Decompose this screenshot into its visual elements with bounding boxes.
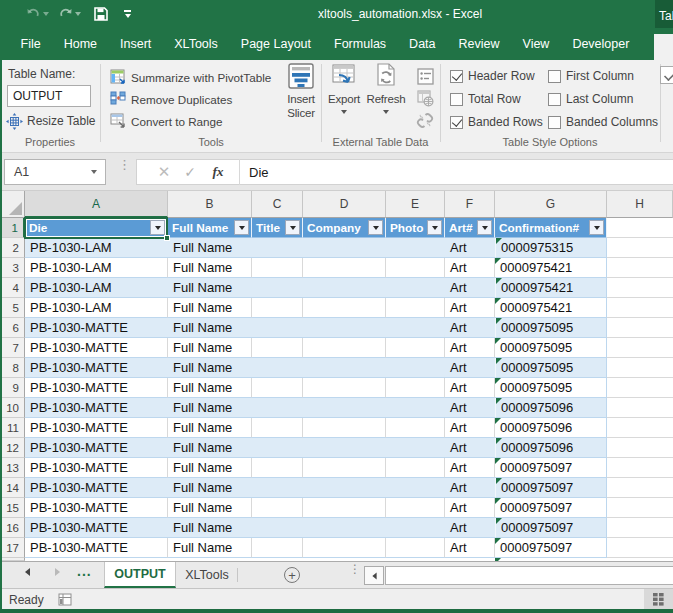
cell-d8[interactable] [303,358,386,378]
cell-a15[interactable]: PB-1030-MATTE [25,498,168,518]
cell-f9[interactable]: Art [445,378,495,398]
cell-c15[interactable] [252,498,303,518]
filter-dropdown-icon[interactable] [477,220,492,235]
cell-b7[interactable]: Full Name [168,338,252,358]
filter-dropdown-icon[interactable] [427,220,442,235]
ribbon-tab-xltools[interactable]: XLTools [163,28,230,60]
cell-g11[interactable]: 0000975096 [495,418,607,438]
ribbon-tab-formulas[interactable]: Formulas [323,28,398,60]
cell-b8[interactable]: Full Name [168,358,252,378]
cell-d6[interactable] [303,318,386,338]
column-header-a[interactable]: A [25,191,168,218]
cell-f11[interactable]: Art [445,418,495,438]
table-header-cell-c1[interactable]: Title [252,218,303,238]
cell-c11[interactable] [252,418,303,438]
cell-d16[interactable] [303,518,386,538]
cell-e3[interactable] [386,258,445,278]
insert-function-icon[interactable]: fx [203,164,233,180]
cell-e8[interactable] [386,358,445,378]
cell-d13[interactable] [303,458,386,478]
convert-to-range-button[interactable]: Convert to Range [110,111,223,131]
formula-bar-resize-handle[interactable]: ⋮ [118,162,122,182]
table-properties-button[interactable] [415,66,435,86]
cell-d7[interactable] [303,338,386,358]
table-styles-gallery-partial[interactable] [660,66,673,84]
cell-g7[interactable]: 0000975095 [495,338,607,358]
cell-c9[interactable] [252,378,303,398]
row-header-4[interactable]: 4 [0,278,25,298]
redo-dropdown-icon[interactable] [75,12,81,16]
cell-f7[interactable]: Art [445,338,495,358]
cell-g17[interactable]: 0000975097 [495,538,607,558]
cell-g9[interactable]: 0000975095 [495,378,607,398]
cell-h14[interactable] [607,478,673,498]
cell-a2[interactable]: PB-1030-LAM [25,238,168,258]
checkbox-total-row[interactable]: Total Row [450,91,521,107]
cell-h9[interactable] [607,378,673,398]
filter-dropdown-icon[interactable] [234,220,249,235]
checkbox-last-column[interactable]: Last Column [548,91,633,107]
table-header-cell-d1[interactable]: Company [303,218,386,238]
filter-dropdown-icon[interactable] [589,220,604,235]
cell-h12[interactable] [607,438,673,458]
cell-a3[interactable]: PB-1030-LAM [25,258,168,278]
cell-e4[interactable] [386,278,445,298]
cell-b17[interactable]: Full Name [168,538,252,558]
sheet-tab-output[interactable]: OUTPUT [104,562,176,588]
macro-record-button[interactable] [57,592,73,607]
cell-g2[interactable]: 0000975315 [495,238,607,258]
row-header-16[interactable]: 16 [0,518,25,538]
cell-g13[interactable]: 0000975097 [495,458,607,478]
cell-h1[interactable] [607,218,673,238]
cell-b11[interactable]: Full Name [168,418,252,438]
filter-dropdown-icon[interactable] [285,220,300,235]
fill-handle[interactable] [164,235,170,241]
column-header-g[interactable]: G [495,191,607,218]
row-header-13[interactable]: 13 [0,458,25,478]
column-header-c[interactable]: C [252,191,303,218]
cell-e13[interactable] [386,458,445,478]
cell-h4[interactable] [607,278,673,298]
cell-a7[interactable]: PB-1030-MATTE [25,338,168,358]
cell-b9[interactable]: Full Name [168,378,252,398]
cell-a6[interactable]: PB-1030-MATTE [25,318,168,338]
cell-h5[interactable] [607,298,673,318]
ribbon-tab-home[interactable]: Home [52,28,108,60]
row-header-15[interactable]: 15 [0,498,25,518]
customize-quick-access-icon[interactable] [124,10,131,18]
cell-d14[interactable] [303,478,386,498]
cell-d10[interactable] [303,398,386,418]
checkbox-first-column[interactable]: First Column [548,68,634,84]
cell-d3[interactable] [303,258,386,278]
cell-a8[interactable]: PB-1030-MATTE [25,358,168,378]
cell-c7[interactable] [252,338,303,358]
cell-f2[interactable]: Art [445,238,495,258]
cell-f14[interactable]: Art [445,478,495,498]
cell-f4[interactable]: Art [445,278,495,298]
normal-view-button[interactable] [644,589,673,609]
table-header-cell-e1[interactable]: Photo [386,218,445,238]
cell-e6[interactable] [386,318,445,338]
cell-b12[interactable]: Full Name [168,438,252,458]
cell-g15[interactable]: 0000975097 [495,498,607,518]
cell-b13[interactable]: Full Name [168,458,252,478]
confirm-entry-icon[interactable]: ✓ [177,164,203,180]
cell-b15[interactable]: Full Name [168,498,252,518]
cell-g5[interactable]: 0000975421 [495,298,607,318]
row-header-14[interactable]: 14 [0,478,25,498]
select-all-corner[interactable] [0,191,25,218]
cell-c5[interactable] [252,298,303,318]
cell-g3[interactable]: 0000975421 [495,258,607,278]
cell-e7[interactable] [386,338,445,358]
cell-b6[interactable]: Full Name [168,318,252,338]
row-header-9[interactable]: 9 [0,378,25,398]
name-box[interactable]: A1 [4,159,106,185]
sheet-nav-right-icon[interactable] [55,568,60,576]
row-header-12[interactable]: 12 [0,438,25,458]
cell-h2[interactable] [607,238,673,258]
sheet-tab-xltools[interactable]: XLTools [176,562,238,588]
cell-e11[interactable] [386,418,445,438]
cell-b10[interactable]: Full Name [168,398,252,418]
ribbon-tab-developer[interactable]: Developer [561,28,641,60]
cell-f12[interactable]: Art [445,438,495,458]
